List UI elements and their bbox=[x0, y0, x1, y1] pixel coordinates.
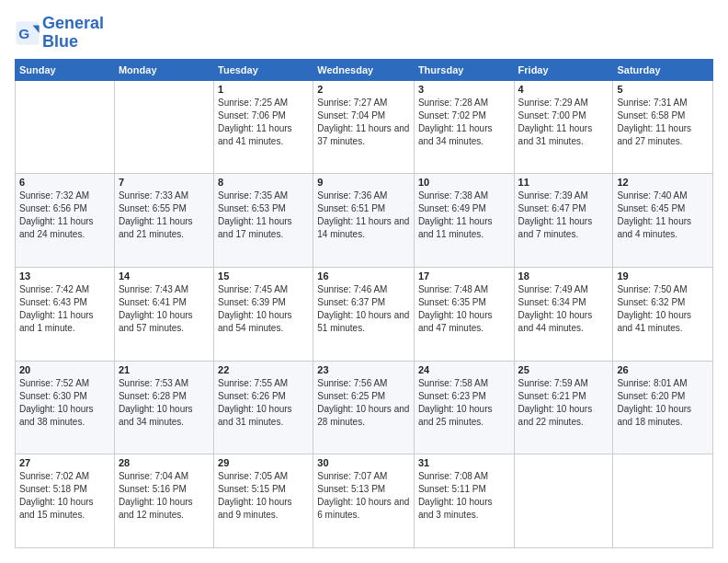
calendar-cell: 18Sunrise: 7:49 AMSunset: 6:34 PMDayligh… bbox=[514, 267, 613, 361]
calendar-cell: 29Sunrise: 7:05 AMSunset: 5:15 PMDayligh… bbox=[214, 454, 313, 548]
day-info: Sunrise: 7:31 AMSunset: 6:58 PMDaylight:… bbox=[617, 97, 709, 148]
day-info: Sunrise: 7:48 AMSunset: 6:35 PMDaylight:… bbox=[418, 283, 510, 335]
svg-text:G: G bbox=[18, 25, 29, 40]
day-number: 22 bbox=[218, 364, 309, 375]
day-number: 12 bbox=[617, 177, 709, 188]
calendar-cell: 23Sunrise: 7:56 AMSunset: 6:25 PMDayligh… bbox=[313, 361, 415, 454]
day-info: Sunrise: 7:38 AMSunset: 6:49 PMDaylight:… bbox=[418, 190, 510, 241]
calendar-cell: 2Sunrise: 7:27 AMSunset: 7:04 PMDaylight… bbox=[313, 80, 415, 174]
day-number: 1 bbox=[218, 84, 309, 95]
calendar-cell: 10Sunrise: 7:38 AMSunset: 6:49 PMDayligh… bbox=[414, 174, 514, 268]
day-number: 20 bbox=[19, 364, 110, 375]
calendar-cell: 24Sunrise: 7:58 AMSunset: 6:23 PMDayligh… bbox=[414, 361, 514, 454]
calendar-cell: 27Sunrise: 7:02 AMSunset: 5:18 PMDayligh… bbox=[16, 454, 115, 548]
header: G General Blue bbox=[15, 15, 713, 52]
day-info: Sunrise: 7:27 AMSunset: 7:04 PMDaylight:… bbox=[317, 97, 410, 148]
day-number: 6 bbox=[19, 177, 110, 188]
calendar-header-row: SundayMondayTuesdayWednesdayThursdayFrid… bbox=[16, 59, 713, 80]
day-info: Sunrise: 7:53 AMSunset: 6:28 PMDaylight:… bbox=[119, 377, 210, 429]
calendar-header-sunday: Sunday bbox=[16, 59, 115, 80]
day-info: Sunrise: 7:39 AMSunset: 6:47 PMDaylight:… bbox=[518, 190, 609, 241]
calendar-cell: 25Sunrise: 7:59 AMSunset: 6:21 PMDayligh… bbox=[514, 361, 613, 454]
day-info: Sunrise: 7:05 AMSunset: 5:15 PMDaylight:… bbox=[218, 470, 309, 522]
day-number: 2 bbox=[317, 84, 410, 95]
day-number: 5 bbox=[617, 84, 709, 95]
day-number: 8 bbox=[218, 177, 309, 188]
day-number: 31 bbox=[418, 457, 510, 468]
calendar-cell: 30Sunrise: 7:07 AMSunset: 5:13 PMDayligh… bbox=[313, 454, 415, 548]
day-number: 3 bbox=[418, 84, 510, 95]
day-info: Sunrise: 7:28 AMSunset: 7:02 PMDaylight:… bbox=[418, 97, 510, 148]
day-number: 25 bbox=[518, 364, 609, 375]
day-number: 30 bbox=[317, 457, 410, 468]
day-info: Sunrise: 7:59 AMSunset: 6:21 PMDaylight:… bbox=[518, 377, 609, 429]
calendar-cell: 6Sunrise: 7:32 AMSunset: 6:56 PMDaylight… bbox=[16, 174, 115, 268]
day-info: Sunrise: 7:33 AMSunset: 6:55 PMDaylight:… bbox=[119, 190, 210, 241]
calendar-cell: 21Sunrise: 7:53 AMSunset: 6:28 PMDayligh… bbox=[114, 361, 213, 454]
day-info: Sunrise: 7:25 AMSunset: 7:06 PMDaylight:… bbox=[218, 97, 309, 148]
calendar-week-5: 27Sunrise: 7:02 AMSunset: 5:18 PMDayligh… bbox=[16, 454, 713, 548]
day-number: 15 bbox=[218, 270, 309, 282]
calendar-cell: 14Sunrise: 7:43 AMSunset: 6:41 PMDayligh… bbox=[114, 267, 213, 361]
calendar-cell: 17Sunrise: 7:48 AMSunset: 6:35 PMDayligh… bbox=[414, 267, 514, 361]
day-info: Sunrise: 7:36 AMSunset: 6:51 PMDaylight:… bbox=[317, 190, 410, 241]
calendar-header-thursday: Thursday bbox=[414, 59, 514, 80]
calendar-cell: 9Sunrise: 7:36 AMSunset: 6:51 PMDaylight… bbox=[313, 174, 415, 268]
day-info: Sunrise: 7:46 AMSunset: 6:37 PMDaylight:… bbox=[317, 283, 410, 335]
day-number: 11 bbox=[518, 177, 609, 188]
day-number: 21 bbox=[119, 364, 210, 375]
day-info: Sunrise: 7:58 AMSunset: 6:23 PMDaylight:… bbox=[418, 377, 510, 429]
calendar-cell: 8Sunrise: 7:35 AMSunset: 6:53 PMDaylight… bbox=[214, 174, 313, 268]
day-info: Sunrise: 7:04 AMSunset: 5:16 PMDaylight:… bbox=[119, 470, 210, 522]
calendar-header-tuesday: Tuesday bbox=[214, 59, 313, 80]
day-info: Sunrise: 7:45 AMSunset: 6:39 PMDaylight:… bbox=[218, 283, 309, 335]
day-number: 13 bbox=[19, 270, 110, 282]
day-number: 10 bbox=[418, 177, 510, 188]
calendar-cell: 22Sunrise: 7:55 AMSunset: 6:26 PMDayligh… bbox=[214, 361, 313, 454]
day-number: 24 bbox=[418, 364, 510, 375]
day-number: 27 bbox=[19, 457, 110, 468]
page: G General Blue SundayMondayTuesdayWednes… bbox=[0, 0, 728, 563]
day-number: 9 bbox=[317, 177, 410, 188]
calendar-cell: 16Sunrise: 7:46 AMSunset: 6:37 PMDayligh… bbox=[313, 267, 415, 361]
calendar-cell: 28Sunrise: 7:04 AMSunset: 5:16 PMDayligh… bbox=[114, 454, 213, 548]
day-number: 14 bbox=[119, 270, 210, 282]
day-number: 7 bbox=[119, 177, 210, 188]
calendar-cell: 31Sunrise: 7:08 AMSunset: 5:11 PMDayligh… bbox=[414, 454, 514, 548]
logo-icon: G bbox=[15, 20, 40, 46]
day-info: Sunrise: 7:32 AMSunset: 6:56 PMDaylight:… bbox=[19, 190, 110, 241]
day-number: 17 bbox=[418, 270, 510, 282]
day-info: Sunrise: 7:50 AMSunset: 6:32 PMDaylight:… bbox=[617, 283, 709, 335]
day-info: Sunrise: 7:35 AMSunset: 6:53 PMDaylight:… bbox=[218, 190, 309, 241]
calendar-cell: 15Sunrise: 7:45 AMSunset: 6:39 PMDayligh… bbox=[214, 267, 313, 361]
day-number: 18 bbox=[518, 270, 609, 282]
calendar-cell bbox=[514, 454, 613, 548]
calendar-cell bbox=[114, 80, 213, 174]
calendar-cell: 12Sunrise: 7:40 AMSunset: 6:45 PMDayligh… bbox=[613, 174, 713, 268]
calendar-header-wednesday: Wednesday bbox=[313, 59, 415, 80]
day-number: 19 bbox=[617, 270, 709, 282]
day-number: 26 bbox=[617, 364, 709, 375]
day-info: Sunrise: 7:29 AMSunset: 7:00 PMDaylight:… bbox=[518, 97, 609, 148]
calendar-cell bbox=[16, 80, 115, 174]
day-info: Sunrise: 7:40 AMSunset: 6:45 PMDaylight:… bbox=[617, 190, 709, 241]
calendar-week-1: 1Sunrise: 7:25 AMSunset: 7:06 PMDaylight… bbox=[16, 80, 713, 174]
day-number: 29 bbox=[218, 457, 309, 468]
day-info: Sunrise: 8:01 AMSunset: 6:20 PMDaylight:… bbox=[617, 377, 709, 429]
day-info: Sunrise: 7:07 AMSunset: 5:13 PMDaylight:… bbox=[317, 470, 410, 522]
day-number: 28 bbox=[119, 457, 210, 468]
calendar-header-friday: Friday bbox=[514, 59, 613, 80]
calendar-table: SundayMondayTuesdayWednesdayThursdayFrid… bbox=[15, 59, 713, 548]
calendar-cell: 13Sunrise: 7:42 AMSunset: 6:43 PMDayligh… bbox=[16, 267, 115, 361]
calendar-cell: 5Sunrise: 7:31 AMSunset: 6:58 PMDaylight… bbox=[613, 80, 713, 174]
calendar-header-saturday: Saturday bbox=[613, 59, 713, 80]
day-number: 16 bbox=[317, 270, 410, 282]
calendar-cell: 20Sunrise: 7:52 AMSunset: 6:30 PMDayligh… bbox=[16, 361, 115, 454]
day-info: Sunrise: 7:56 AMSunset: 6:25 PMDaylight:… bbox=[317, 377, 410, 429]
calendar-week-2: 6Sunrise: 7:32 AMSunset: 6:56 PMDaylight… bbox=[16, 174, 713, 268]
day-info: Sunrise: 7:42 AMSunset: 6:43 PMDaylight:… bbox=[19, 283, 110, 335]
logo-text: General Blue bbox=[42, 15, 104, 52]
calendar-cell: 3Sunrise: 7:28 AMSunset: 7:02 PMDaylight… bbox=[414, 80, 514, 174]
logo: G General Blue bbox=[15, 15, 104, 52]
calendar-cell: 11Sunrise: 7:39 AMSunset: 6:47 PMDayligh… bbox=[514, 174, 613, 268]
